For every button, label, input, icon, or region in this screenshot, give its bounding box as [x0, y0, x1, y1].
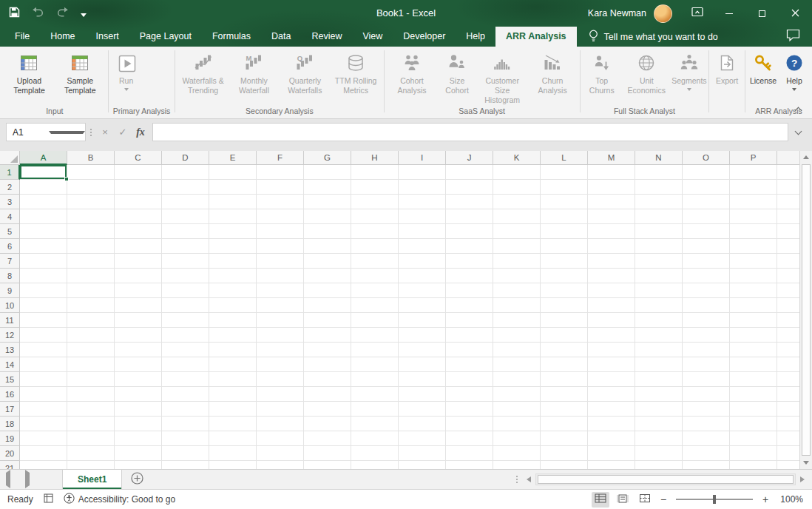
cell-C19[interactable]: [115, 431, 162, 446]
cell-L5[interactable]: [541, 224, 588, 239]
cell-I2[interactable]: [399, 180, 446, 195]
cell-M9[interactable]: [588, 283, 635, 298]
cell-F6[interactable]: [257, 239, 304, 254]
macro-record-button[interactable]: [44, 493, 53, 505]
cell-J5[interactable]: [446, 224, 493, 239]
cell-H3[interactable]: [351, 195, 399, 209]
cell-L20[interactable]: [541, 446, 588, 461]
cell-O19[interactable]: [683, 431, 730, 446]
cell-E16[interactable]: [209, 387, 257, 402]
cell-A16[interactable]: [20, 387, 67, 402]
cohort-analysis-button[interactable]: Cohort Analysis: [387, 48, 438, 106]
cell-D12[interactable]: [162, 328, 209, 343]
cell-overflow-12[interactable]: [777, 328, 799, 343]
cell-E6[interactable]: [209, 239, 257, 254]
cell-P14[interactable]: [730, 357, 777, 372]
cell-E18[interactable]: [209, 417, 257, 431]
cell-O1[interactable]: [683, 165, 730, 180]
cell-K11[interactable]: [493, 313, 541, 328]
help-button[interactable]: ?Help: [779, 48, 810, 106]
cell-K10[interactable]: [493, 298, 541, 313]
cell-L1[interactable]: [541, 165, 588, 180]
cell-D21[interactable]: [162, 461, 209, 469]
cell-H17[interactable]: [351, 402, 399, 417]
column-header-L[interactable]: L: [541, 151, 588, 165]
cell-M6[interactable]: [588, 239, 635, 254]
cell-O18[interactable]: [683, 417, 730, 431]
cell-M16[interactable]: [588, 387, 635, 402]
cell-overflow-11[interactable]: [777, 313, 799, 328]
cell-E8[interactable]: [209, 269, 257, 283]
cell-B5[interactable]: [67, 224, 115, 239]
cell-H1[interactable]: [351, 165, 399, 180]
cell-K13[interactable]: [493, 343, 541, 357]
cell-D20[interactable]: [162, 446, 209, 461]
next-sheet-button[interactable]: [25, 473, 30, 486]
cell-overflow-19[interactable]: [777, 431, 799, 446]
column-header-F[interactable]: F: [257, 151, 304, 165]
column-header-M[interactable]: M: [588, 151, 635, 165]
cancel-button[interactable]: ×: [96, 123, 114, 141]
cell-K7[interactable]: [493, 254, 541, 269]
save-button[interactable]: [9, 7, 20, 21]
cell-J13[interactable]: [446, 343, 493, 357]
row-header-10[interactable]: 10: [0, 298, 20, 313]
cell-I21[interactable]: [399, 461, 446, 469]
name-box-dropdown[interactable]: [49, 131, 85, 134]
cell-D6[interactable]: [162, 239, 209, 254]
cell-M20[interactable]: [588, 446, 635, 461]
row-header-9[interactable]: 9: [0, 283, 20, 298]
cell-H13[interactable]: [351, 343, 399, 357]
row-header-6[interactable]: 6: [0, 239, 20, 254]
cell-C18[interactable]: [115, 417, 162, 431]
cell-O9[interactable]: [683, 283, 730, 298]
cell-K12[interactable]: [493, 328, 541, 343]
cell-P18[interactable]: [730, 417, 777, 431]
cell-P9[interactable]: [730, 283, 777, 298]
cell-I10[interactable]: [399, 298, 446, 313]
cell-J16[interactable]: [446, 387, 493, 402]
cell-I20[interactable]: [399, 446, 446, 461]
vertical-scrollbar[interactable]: [799, 151, 812, 469]
cell-B6[interactable]: [67, 239, 115, 254]
cell-L15[interactable]: [541, 372, 588, 387]
scroll-left-button[interactable]: [522, 470, 535, 489]
tell-me-box[interactable]: Tell me what you want to do: [589, 27, 718, 47]
cell-L9[interactable]: [541, 283, 588, 298]
cell-L2[interactable]: [541, 180, 588, 195]
row-header-20[interactable]: 20: [0, 446, 20, 461]
redo-button[interactable]: [56, 7, 69, 20]
cell-P20[interactable]: [730, 446, 777, 461]
cell-A7[interactable]: [20, 254, 67, 269]
top-churns-button[interactable]: Top Churns: [583, 48, 621, 106]
cell-overflow-8[interactable]: [777, 269, 799, 283]
cell-B7[interactable]: [67, 254, 115, 269]
cell-L18[interactable]: [541, 417, 588, 431]
cell-B12[interactable]: [67, 328, 115, 343]
cell-A14[interactable]: [20, 357, 67, 372]
cell-L4[interactable]: [541, 209, 588, 224]
cell-L16[interactable]: [541, 387, 588, 402]
cell-F11[interactable]: [257, 313, 304, 328]
scroll-down-button[interactable]: [800, 456, 812, 469]
cell-D7[interactable]: [162, 254, 209, 269]
ribbon-tab-view[interactable]: View: [352, 27, 393, 47]
license-button[interactable]: License: [748, 48, 779, 106]
cell-N15[interactable]: [635, 372, 683, 387]
close-button[interactable]: [779, 0, 812, 27]
cell-L8[interactable]: [541, 269, 588, 283]
cell-C21[interactable]: [115, 461, 162, 469]
row-header-17[interactable]: 17: [0, 402, 20, 417]
quarterly-waterfalls-button[interactable]: QQuarterly Waterfalls: [280, 48, 331, 106]
zoom-level[interactable]: 100%: [775, 494, 803, 505]
cell-overflow-21[interactable]: [777, 461, 799, 469]
cell-M10[interactable]: [588, 298, 635, 313]
cell-A2[interactable]: [20, 180, 67, 195]
cell-I12[interactable]: [399, 328, 446, 343]
cell-E12[interactable]: [209, 328, 257, 343]
cell-F14[interactable]: [257, 357, 304, 372]
upload-template-button[interactable]: Upload Template: [4, 48, 55, 106]
cell-E1[interactable]: [209, 165, 257, 180]
cell-C4[interactable]: [115, 209, 162, 224]
customer-size-histogram-button[interactable]: Customer Size Histogram: [477, 48, 528, 106]
